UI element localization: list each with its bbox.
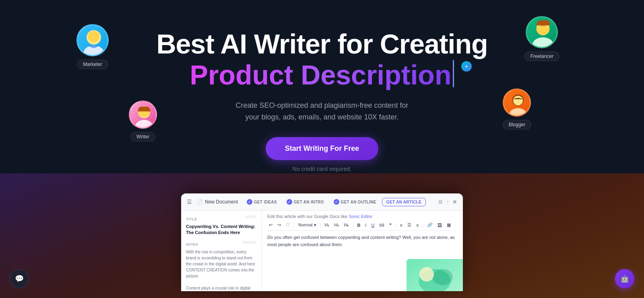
window-content: Title 56/300 Copywriting Vs. Content Wri… [181,211,463,291]
document-icon: 📄 [197,199,203,205]
marketer-label: Marketer [77,60,108,69]
hero-section: Marketer Writer Freelancer [0,0,644,185]
editor-toolbar: ↩ ↪ ♡ Normal ▾ H₁ H₂ H₃ B I U 99 ❝ ≡ [267,222,457,231]
toolbar-tabs: ✓ GET IDEAS ✓ GET AN INTRO ✓ GET AN OUTL… [243,197,433,206]
avatar-freelancer: Freelancer [524,16,559,61]
window-toolbar: ☰ 📄 New Document ✓ GET IDEAS ✓ GET AN IN… [181,193,463,211]
cursor-icon [453,60,454,87]
hamburger-icon[interactable]: ☰ [187,199,192,205]
intro-label: Intro [186,243,198,247]
avatar-blogger: Blogger [503,88,531,129]
bold-btn[interactable]: B [355,222,362,228]
normal-style[interactable]: Normal ▾ [297,222,318,228]
bot-icon: 🤖 [620,274,629,283]
italic-btn[interactable]: I [363,222,368,228]
image-btn[interactable]: 🖼 [436,222,444,228]
intro-text: With the rise in competition, every bran… [186,249,256,291]
intro-counter: May/600 [242,240,256,244]
svg-point-2 [88,31,99,42]
tab-ideas-check: ✓ [247,199,252,205]
preview-section: ☰ 📄 New Document ✓ GET IDEAS ✓ GET AN IN… [0,173,644,298]
tab-intro-check: ✓ [287,199,292,205]
svg-point-5 [533,37,553,48]
left-panel: Title 56/300 Copywriting Vs. Content Wri… [181,211,262,291]
intro-section: Intro May/600 With the rise in competiti… [186,240,256,291]
app-window: ☰ 📄 New Document ✓ GET IDEAS ✓ GET AN IN… [181,193,463,291]
svg-point-7 [509,108,527,117]
underline-btn[interactable]: U [369,222,376,228]
redo-btn[interactable]: ↪ [276,222,283,228]
hero-title-line1: Best AI Writer for Creating [156,29,487,59]
tab-outline-check: ✓ [334,199,339,205]
bot-button[interactable]: 🤖 [615,269,634,288]
link-btn[interactable]: 🔗 [425,222,434,228]
tab-get-article[interactable]: GET AN ARTICLE [382,198,426,206]
new-document-button[interactable]: 📄 New Document [197,199,238,205]
list-btn[interactable]: ☰ [406,222,413,228]
freelancer-label: Freelancer [524,51,559,61]
tab-get-outline[interactable]: ✓ GET AN OUTLINE [330,197,380,206]
right-panel: Edit this article with our Google Docs l… [262,211,463,291]
article-image [407,259,463,291]
avatar-writer: Writer [129,101,157,142]
hero-title-line2: Product Description [190,59,452,92]
svg-point-13 [433,269,453,285]
no-credit-text: No credit card required. [293,166,351,172]
quote-btn[interactable]: ❝ [388,222,393,228]
title-text: Copywriting Vs. Content Writing: The Con… [186,224,256,236]
ai-badge-icon: ✦ [461,61,472,72]
share-icon[interactable]: ↑ [446,199,449,205]
tab-get-ideas[interactable]: ✓ GET IDEAS [243,197,281,206]
strikethrough-btn[interactable]: 99 [378,222,386,228]
table-btn[interactable]: ▦ [445,222,452,228]
hero-title-line2-wrap: Product Description ✦ [190,59,454,92]
align-btn[interactable]: ≡ [398,222,404,228]
svg-point-14 [419,267,434,282]
sonic-editor-link[interactable]: Sonic Editor [349,214,372,219]
h2-btn[interactable]: H₂ [332,222,341,228]
avatar-marketer: Marketer [76,24,109,69]
h1-btn[interactable]: H₁ [323,222,331,228]
article-text: Do you often get confused between copywr… [267,234,457,248]
hero-subtitle: Create SEO-optimized and plagiarism-free… [229,100,415,123]
blogger-label: Blogger [503,120,531,129]
title-section: Title 56/300 Copywriting Vs. Content Wri… [186,215,256,236]
toolbar-actions: ⚙ ↑ ✕ [438,199,457,205]
ol-btn[interactable]: ≡ [415,222,420,228]
writer-label: Writer [130,132,155,142]
edit-notice: Edit this article with our Google Docs l… [267,214,457,219]
title-counter: 56/300 [245,215,256,219]
svg-point-9 [513,96,523,105]
undo-btn[interactable]: ↩ [267,222,274,228]
svg-point-4 [135,120,153,129]
close-button[interactable]: ✕ [452,199,457,205]
settings-icon[interactable]: ⚙ [438,199,443,205]
tab-get-intro[interactable]: ✓ GET AN INTRO [283,197,328,206]
h3-btn[interactable]: H₃ [342,222,350,228]
chat-icon: 💬 [15,274,24,283]
heart-btn[interactable]: ♡ [284,222,291,228]
cta-button[interactable]: Start Writing For Free [266,137,379,160]
chat-button[interactable]: 💬 [10,269,29,288]
title-label: Title [186,217,197,221]
